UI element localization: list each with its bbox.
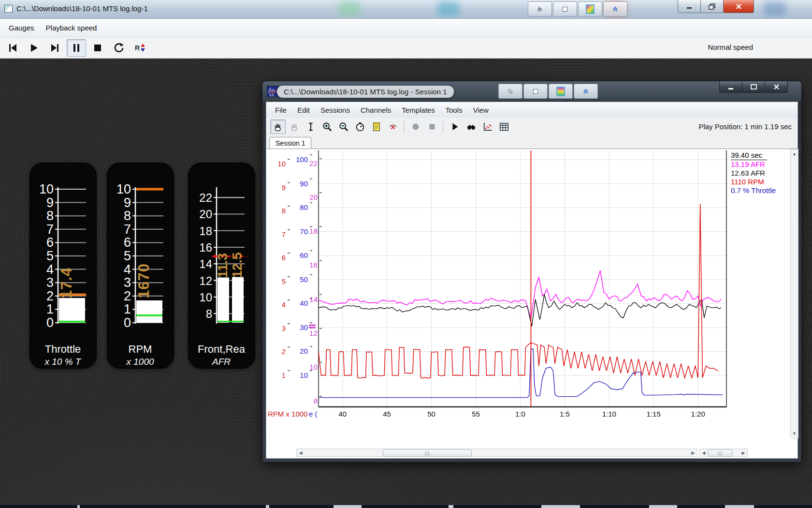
gauge-throttle: 01234567891017.4Throttlex 10 % T (30, 163, 96, 368)
session-title-pill: C:\...\Downloads\18-10-01 MTS log.log - … (277, 86, 454, 98)
taskbar-strip[interactable] (0, 504, 812, 508)
svg-text:5: 5 (282, 277, 286, 285)
log-chart[interactable]: 1234567891010203040506070809010081012141… (266, 149, 727, 427)
svg-text:8: 8 (282, 207, 286, 215)
close-button[interactable] (723, 0, 754, 13)
record-button[interactable] (408, 120, 423, 134)
menu-item-view[interactable]: View (469, 105, 493, 116)
loop-button[interactable] (109, 39, 129, 57)
stopwatch-button[interactable] (352, 120, 368, 134)
toolbar-separator (404, 121, 404, 133)
skip-end-button[interactable] (45, 39, 65, 57)
menu-item-channels[interactable]: Channels (357, 105, 395, 116)
minimize-button[interactable] (719, 81, 742, 93)
taskbar-window-edge (725, 505, 754, 508)
menu-item-gauges[interactable]: Gauges (4, 22, 39, 34)
color-window-icon[interactable] (578, 1, 602, 16)
svg-text:20: 20 (300, 347, 308, 355)
find-button[interactable] (464, 120, 479, 134)
pause-button[interactable] (67, 39, 86, 57)
svg-text:10: 10 (199, 291, 212, 304)
svg-text:70: 70 (300, 227, 308, 236)
svg-text:1:0: 1:0 (515, 410, 525, 418)
svg-text:4: 4 (282, 300, 286, 309)
minimize-button[interactable] (678, 0, 701, 13)
ibeam-button[interactable] (303, 120, 319, 134)
menu-item-playback-speed[interactable]: Playback speed (41, 22, 102, 34)
chevron-up-icon[interactable] (574, 84, 598, 99)
svg-text:2: 2 (282, 347, 286, 356)
legend-scrollbar[interactable]: ◀ ||| ▶ (699, 448, 748, 457)
menu-item-templates[interactable]: Templates (398, 105, 438, 116)
color-window-icon[interactable] (549, 84, 573, 99)
svg-text:6: 6 (124, 235, 131, 250)
aero-blur-blob (764, 2, 786, 16)
stop-small-button[interactable] (424, 120, 440, 134)
play-small-button[interactable] (447, 120, 463, 134)
rpm-arrows-button[interactable]: R (130, 39, 150, 57)
horizontal-scrollbar[interactable]: ◀ ||| ▶ (296, 448, 697, 457)
menu-item-sessions[interactable]: Sessions (317, 105, 354, 116)
svg-text:22: 22 (199, 191, 212, 204)
svg-text:6: 6 (282, 254, 286, 262)
svg-text:40: 40 (300, 299, 308, 307)
svg-text:55: 55 (472, 410, 480, 418)
maximize-button[interactable] (742, 81, 765, 93)
session-window-titlebar[interactable]: 3.0 C:\...\Downloads\18-10-01 MTS log.lo… (262, 81, 801, 102)
scatter-button[interactable] (480, 120, 495, 134)
scrollbar-thumb[interactable]: ||| (383, 449, 472, 457)
stop-button[interactable] (88, 39, 107, 57)
svg-text:14: 14 (199, 257, 212, 270)
scrollbar-thumb[interactable]: ||| (708, 449, 732, 457)
hscroll-row: ◀ ||| ▶ ◀ ||| ▶ (266, 448, 798, 457)
chevron-up-icon[interactable] (603, 1, 627, 16)
small-box-icon[interactable] (523, 84, 548, 99)
main-menubar: GaugesPlayback speed (0, 19, 812, 37)
scroll-up-arrow[interactable]: ▲ (791, 150, 798, 158)
skip-start-button[interactable] (3, 39, 22, 57)
menu-item-edit[interactable]: Edit (293, 105, 314, 116)
legend-item: 1110 RPM (728, 178, 789, 186)
play-button[interactable] (24, 39, 44, 57)
zoom-out-button[interactable] (336, 120, 351, 134)
svg-text:RPM: RPM (129, 343, 152, 355)
main-menu: GaugesPlayback speed (0, 22, 102, 34)
table-button[interactable] (496, 120, 512, 134)
svg-text:7: 7 (282, 230, 286, 239)
vertical-scrollbar[interactable]: ▲ ▼ (790, 149, 798, 438)
menu-item-tools[interactable]: Tools (442, 105, 466, 116)
chart-legend: 39.40 sec13.19 AFR12.63 AFR1110 RPM0.7 %… (728, 150, 789, 435)
playback-toolbar: R Normal speed (0, 37, 812, 59)
svg-text:40: 40 (338, 410, 347, 418)
tab-session-1[interactable]: Session 1 (269, 137, 311, 149)
pin-icon[interactable] (528, 1, 552, 16)
scroll-right-arrow[interactable]: ▶ (689, 449, 697, 456)
hand-button[interactable] (270, 120, 286, 134)
close-button[interactable] (765, 81, 788, 93)
svg-text:9: 9 (282, 183, 286, 192)
taskbar-window-edge (449, 505, 453, 508)
notes-button[interactable] (369, 120, 384, 134)
svg-text:60: 60 (300, 251, 308, 259)
svg-text:3: 3 (282, 324, 286, 332)
svg-text:18: 18 (309, 227, 318, 235)
svg-text:1: 1 (282, 371, 286, 379)
svg-text:20: 20 (309, 193, 318, 201)
zoom-in-button[interactable] (319, 120, 335, 134)
scroll-left-arrow[interactable]: ◀ (297, 449, 304, 456)
hand-pan-button[interactable] (287, 120, 302, 134)
scroll-down-arrow[interactable]: ▼ (791, 430, 798, 437)
svg-text:4: 4 (124, 262, 131, 277)
restore-button[interactable] (700, 0, 724, 13)
marker-off-button[interactable] (385, 120, 401, 134)
main-window-titlebar[interactable]: C:\...\Downloads\18-10-01 MTS log.log-1 (0, 0, 812, 19)
aero-blur-blob (437, 2, 460, 16)
svg-text:10: 10 (300, 371, 308, 379)
menu-item-file[interactable]: File (271, 105, 290, 116)
small-box-icon[interactable] (553, 1, 577, 16)
scroll-right-arrow[interactable]: ▶ (740, 449, 747, 456)
pin-icon[interactable] (498, 84, 522, 99)
scroll-left-arrow[interactable]: ◀ (700, 449, 708, 456)
session-window[interactable]: 3.0 C:\...\Downloads\18-10-01 MTS log.lo… (262, 81, 801, 462)
svg-text:30: 30 (300, 323, 308, 331)
